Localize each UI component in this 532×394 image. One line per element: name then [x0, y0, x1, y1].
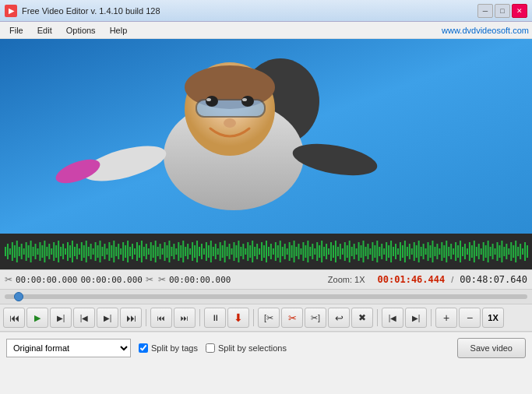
svg-rect-30: [39, 242, 41, 261]
seek-track[interactable]: [5, 294, 527, 299]
menu-options[interactable]: Options: [60, 24, 102, 37]
stop-button[interactable]: ⏸: [204, 308, 226, 328]
svg-rect-112: [229, 244, 231, 259]
prev-selection-button[interactable]: |◀: [382, 308, 403, 328]
play-selection-button[interactable]: ▶|: [50, 308, 72, 328]
svg-rect-180: [386, 242, 387, 261]
svg-rect-208: [450, 244, 452, 259]
svg-rect-15: [5, 247, 6, 256]
svg-rect-33: [46, 247, 48, 256]
zoom-in-button[interactable]: +: [435, 308, 457, 328]
svg-rect-186: [400, 242, 401, 261]
svg-rect-63: [115, 247, 117, 256]
svg-rect-51: [88, 247, 90, 256]
svg-rect-204: [441, 242, 442, 261]
svg-rect-90: [178, 242, 179, 261]
svg-rect-207: [448, 247, 449, 256]
svg-rect-142: [298, 244, 300, 259]
svg-rect-222: [483, 242, 484, 261]
svg-rect-210: [455, 242, 456, 261]
svg-rect-219: [476, 247, 477, 256]
svg-rect-50: [86, 241, 87, 262]
svg-rect-124: [256, 244, 258, 259]
split-by-tags-label: Split by tags: [151, 343, 198, 353]
zoom-out-button[interactable]: −: [459, 308, 481, 328]
split-by-selections-checkbox[interactable]: [206, 343, 215, 353]
svg-rect-126: [261, 242, 262, 261]
svg-rect-116: [238, 241, 239, 262]
save-video-button[interactable]: Save video: [457, 338, 526, 358]
prev-keyframe-button[interactable]: ⏮: [150, 308, 172, 328]
svg-rect-150: [316, 242, 318, 261]
svg-rect-176: [376, 241, 378, 262]
svg-rect-170: [363, 241, 365, 262]
svg-rect-35: [51, 248, 52, 255]
svg-rect-55: [97, 245, 99, 258]
svg-rect-215: [467, 248, 468, 255]
play-button[interactable]: ▶: [26, 308, 48, 328]
svg-rect-83: [162, 248, 164, 255]
svg-rect-173: [369, 248, 371, 255]
svg-rect-217: [471, 245, 473, 258]
mark-in-button[interactable]: [✂: [258, 308, 280, 328]
svg-rect-65: [120, 248, 122, 255]
svg-rect-64: [118, 244, 119, 259]
restore-button[interactable]: ↩: [328, 308, 350, 328]
next-frame-button[interactable]: ▶|: [97, 308, 118, 328]
svg-rect-224: [488, 241, 489, 262]
svg-rect-91: [180, 245, 181, 258]
go-end-button[interactable]: ⏭: [120, 308, 142, 328]
svg-rect-82: [160, 244, 161, 259]
svg-point-12: [206, 98, 211, 101]
bottom-bar: Original format Split by tags Split by s…: [0, 332, 532, 363]
website-link[interactable]: www.dvdvideosoft.com: [442, 26, 529, 35]
mark-out-button[interactable]: ✂]: [305, 308, 326, 328]
format-select[interactable]: Original format: [6, 339, 131, 357]
video-scene: [0, 39, 532, 234]
window-controls: ─ □ ✕: [477, 4, 527, 18]
split-by-tags-group: Split by tags: [139, 343, 198, 353]
prev-frame-button[interactable]: |◀: [73, 308, 95, 328]
maximize-button[interactable]: □: [495, 4, 510, 18]
svg-rect-175: [374, 245, 375, 258]
svg-rect-27: [33, 247, 34, 256]
svg-rect-18: [12, 242, 13, 261]
close-button[interactable]: ✕: [512, 4, 527, 18]
svg-rect-187: [402, 245, 403, 258]
next-keyframe-button[interactable]: ⏭: [174, 308, 196, 328]
svg-rect-230: [501, 241, 502, 262]
menu-help[interactable]: Help: [104, 24, 134, 37]
svg-rect-107: [217, 248, 219, 255]
delete-button[interactable]: ✖: [351, 308, 373, 328]
svg-rect-189: [407, 247, 408, 256]
go-start-button[interactable]: ⏮: [3, 308, 25, 328]
menu-edit[interactable]: Edit: [31, 24, 58, 37]
video-frame: [0, 39, 532, 234]
svg-rect-151: [319, 245, 320, 258]
svg-rect-37: [55, 245, 57, 258]
zoom-1x-button[interactable]: 1X: [482, 308, 504, 328]
seek-thumb[interactable]: [14, 292, 23, 301]
cut-button[interactable]: ✂: [281, 308, 303, 328]
waveform-svg: [3, 237, 529, 266]
next-selection-button[interactable]: ▶|: [405, 308, 427, 328]
menu-file[interactable]: File: [3, 24, 30, 37]
svg-rect-17: [9, 248, 11, 255]
split-by-tags-checkbox[interactable]: [139, 343, 148, 353]
svg-rect-29: [37, 248, 38, 255]
svg-rect-241: [527, 245, 528, 258]
seek-bar-row[interactable]: [0, 290, 532, 304]
toolbar-sep-3: [253, 309, 254, 326]
svg-rect-98: [196, 241, 198, 262]
svg-rect-206: [446, 241, 447, 262]
svg-rect-68: [127, 241, 129, 262]
svg-rect-102: [206, 242, 207, 261]
svg-rect-157: [333, 245, 334, 258]
svg-rect-99: [199, 247, 200, 256]
minimize-button[interactable]: ─: [477, 4, 493, 18]
svg-rect-178: [381, 244, 382, 259]
snapshot-button[interactable]: ⬇: [227, 308, 249, 328]
svg-rect-106: [215, 244, 217, 259]
title-bar-left: ▶ Free Video Editor v. 1.4.10 build 128: [5, 5, 160, 17]
svg-rect-179: [383, 248, 385, 255]
